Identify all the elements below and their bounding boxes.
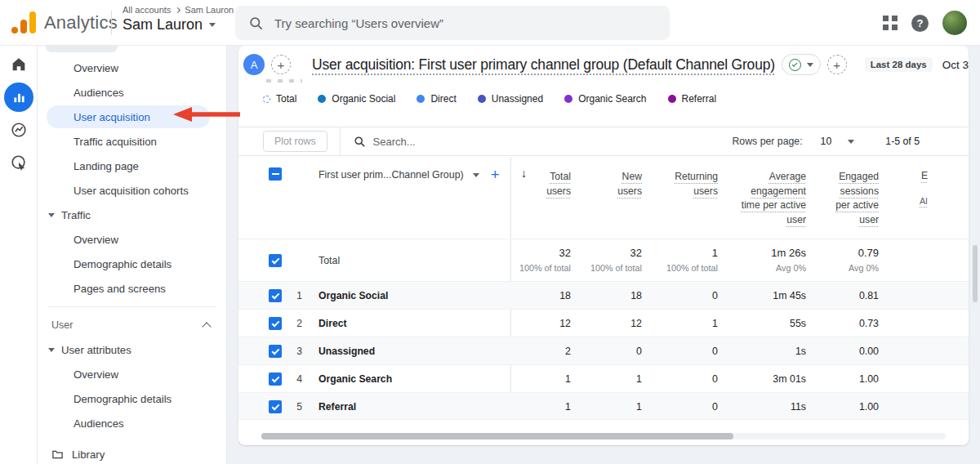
cell-avg-engagement: 1s <box>795 337 806 365</box>
legend-item-referral[interactable]: Referral <box>668 93 717 105</box>
legend-item-organic-search[interactable]: Organic Search <box>564 93 646 105</box>
date-range-chip[interactable]: Last 28 days <box>865 57 933 72</box>
legend-item-total[interactable]: Total <box>263 93 296 105</box>
sidebar-item-traffic-overview[interactable]: Overview <box>38 227 226 252</box>
row-checkbox[interactable] <box>269 345 282 358</box>
horizontal-scrollbar[interactable] <box>261 433 946 439</box>
dimension-header[interactable]: First user prim...Channel Group) + <box>318 166 500 184</box>
home-icon <box>10 56 28 74</box>
apps-grid-icon[interactable] <box>883 16 898 30</box>
sidebar-item-user-audiences[interactable]: Audiences <box>38 411 226 435</box>
account-switcher[interactable]: All accounts Sam Lauron Sam Lauron <box>122 5 234 33</box>
add-comparison-button[interactable]: + <box>271 55 291 74</box>
sidebar-item-user-acquisition[interactable]: User acquisition <box>47 105 210 128</box>
body-region: Overview Audiences User acquisition Traf… <box>0 46 980 464</box>
sidebar-item-user-acquisition-cohorts[interactable]: User acquisition cohorts <box>38 178 226 203</box>
sidebar-section-user[interactable]: User <box>38 313 226 337</box>
sidebar-item-demographic-details[interactable]: Demographic details <box>38 252 226 276</box>
row-checkbox[interactable] <box>269 289 282 302</box>
column-header-clipped-line1: E <box>921 170 928 181</box>
avatar[interactable] <box>942 11 967 35</box>
row-number: 5 <box>289 393 302 421</box>
property-badge[interactable]: A <box>243 54 265 75</box>
table-search-input[interactable] <box>373 136 545 148</box>
table-row[interactable]: 2 Direct 12 12 1 55s 0.73 <box>238 309 969 337</box>
chart-legend: Total Organic Social Direct Unassigned <box>263 88 716 109</box>
row-checkbox[interactable] <box>269 373 282 386</box>
add-dimension-button[interactable]: + <box>491 166 500 184</box>
check-icon <box>271 402 279 410</box>
dimension-header-label: First user prim...Channel Group) <box>318 169 464 181</box>
cell-new-users: 1 <box>636 365 642 393</box>
sidebar-section-label: User <box>51 319 73 331</box>
sidebar-group-label: Traffic <box>61 209 91 221</box>
column-header-engaged-sessions[interactable]: Engaged sessions per active user <box>826 170 879 227</box>
table-row[interactable]: 5 Referral 1 1 0 11s 1.00 <box>238 392 969 420</box>
global-search-input[interactable] <box>274 16 657 30</box>
global-search[interactable] <box>235 6 670 40</box>
column-header-total-users[interactable]: Total users <box>533 170 571 199</box>
sidebar-group-user-attributes[interactable]: User attributes <box>38 337 226 362</box>
row-checkbox[interactable] <box>269 254 282 267</box>
legend-item-organic-social[interactable]: Organic Social <box>318 93 395 105</box>
date-range-start[interactable]: Oct 3 <box>942 59 969 71</box>
legend-item-direct[interactable]: Direct <box>416 93 456 105</box>
sidebar-group-traffic[interactable]: Traffic <box>38 203 226 227</box>
analytics-logo[interactable]: Analytics <box>11 11 118 35</box>
sidebar-item-library[interactable]: Library <box>38 442 226 464</box>
total-subtext: Avg 0% <box>849 263 879 273</box>
total-value: 0.79 <box>858 247 879 259</box>
check-icon <box>271 291 279 299</box>
horizontal-scrollbar-thumb[interactable] <box>261 433 733 439</box>
sidebar-item-landing-page[interactable]: Landing page <box>38 154 226 178</box>
sidebar-item-pages-and-screens[interactable]: Pages and screens <box>38 276 226 301</box>
sidebar-item-traffic-acquisition[interactable]: Traffic acquisition <box>38 129 226 154</box>
cell-total-users: 1 <box>565 393 571 421</box>
cell-total-users: 2 <box>565 337 571 365</box>
sort-descending-icon[interactable]: ↓ <box>521 167 527 180</box>
sidebar-item-overview[interactable]: Overview <box>38 56 226 80</box>
sidebar-item-label: Library <box>72 448 105 461</box>
sidebar-item-audiences[interactable]: Audiences <box>38 80 226 105</box>
row-checkbox[interactable] <box>269 317 282 330</box>
cell-avg-engagement: 1m 45s <box>773 282 806 310</box>
table-row[interactable]: 4 Organic Search 1 1 0 3m 01s 1.00 <box>238 364 969 392</box>
report-title[interactable]: User acquisition: First user primary cha… <box>312 56 775 74</box>
table-row[interactable]: 3 Unassigned 2 0 0 1s 0.00 <box>238 337 969 364</box>
window-scrollbar-thumb[interactable] <box>973 245 978 302</box>
table-header: First user prim...Channel Group) + ↓ Tot… <box>238 157 969 239</box>
table-row[interactable]: 1 Organic Social 18 18 0 1m 45s 0.81 <box>238 281 969 309</box>
row-checkbox[interactable] <box>269 400 282 413</box>
rows-per-page-value[interactable]: 10 <box>821 136 832 147</box>
legend-item-unassigned[interactable]: Unassigned <box>478 93 543 105</box>
sidebar-item-label: User acquisition cohorts <box>74 185 189 197</box>
add-report-button[interactable]: + <box>827 55 847 74</box>
plot-rows-button[interactable]: Plot rows <box>263 131 327 152</box>
column-header-returning-users[interactable]: Returning users <box>661 170 718 199</box>
legend-swatch-dashed <box>263 96 270 103</box>
rows-per-page-label: Rows per page: <box>732 136 802 147</box>
column-header-clipped-line2: Al <box>920 196 928 206</box>
select-all-checkbox[interactable] <box>269 167 282 181</box>
rail-item-home[interactable] <box>0 51 38 78</box>
rail-item-advertising[interactable] <box>0 149 38 176</box>
main-content: A + User acquisition: First user primary… <box>227 46 980 464</box>
sidebar-item-user-overview[interactable]: Overview <box>38 362 226 386</box>
property-letter: A <box>251 59 258 71</box>
total-subtext: 100% of total <box>590 263 642 273</box>
column-header-new-users[interactable]: New users <box>606 170 642 199</box>
report-verified-menu[interactable] <box>782 54 821 75</box>
sidebar-item-label: Audiences <box>74 417 124 430</box>
rail-item-explore[interactable] <box>0 116 38 144</box>
cell-total-users: 18 <box>559 282 571 310</box>
rail-item-reports[interactable] <box>0 83 38 111</box>
column-header-avg-engagement-time[interactable]: Average engagement time per active user <box>736 170 806 227</box>
cell-avg-engagement: 11s <box>791 393 806 421</box>
help-icon[interactable]: ? <box>911 15 929 32</box>
caret-down-icon[interactable] <box>848 140 854 144</box>
sidebar-item-user-demographic-details[interactable]: Demographic details <box>38 386 226 411</box>
cell-new-users: 12 <box>630 310 642 337</box>
caret-down-icon <box>473 173 479 177</box>
total-value: 32 <box>559 247 571 259</box>
total-subtext: Avg 0% <box>776 263 806 273</box>
